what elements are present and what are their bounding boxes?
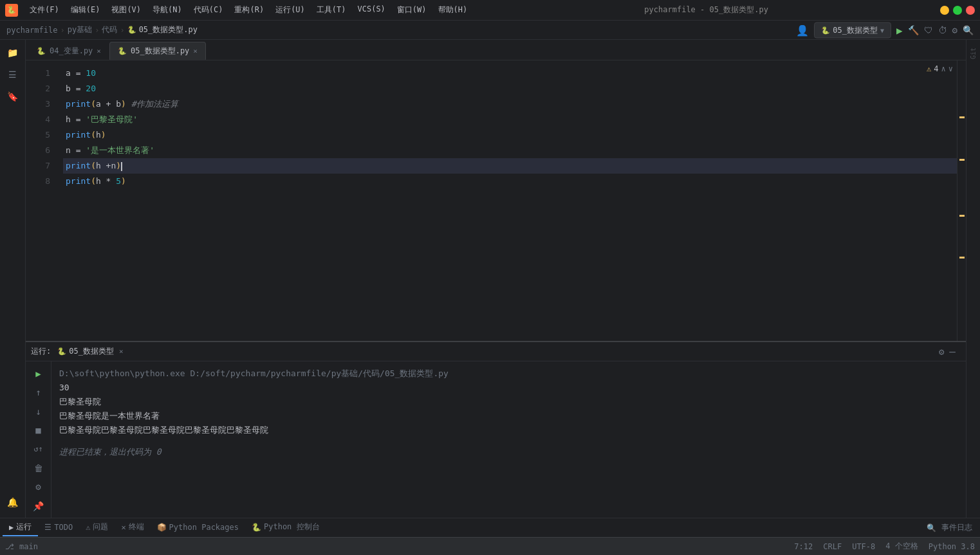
bottom-tab-problems[interactable]: ⚠ 问题: [79, 519, 115, 536]
window-controls: [940, 6, 975, 15]
run-config-button[interactable]: 🐍 05_数据类型 ▼: [814, 22, 891, 38]
breadcrumb-root[interactable]: pycharmfile: [6, 26, 57, 35]
tab-close-1[interactable]: ×: [97, 47, 101, 55]
line-ending[interactable]: CRLF: [823, 542, 842, 551]
editor-area: 🐍 04_变量.py × 🐍 05_数据类型.py × 1 2 3 4: [26, 40, 966, 341]
menu-code[interactable]: 代码(C): [189, 3, 228, 17]
terminal-output-text2: 巴黎圣母院是一本世界名著: [59, 409, 958, 423]
vertical-tab-label[interactable]: Git: [970, 48, 977, 59]
profile-run-icon[interactable]: ⏱: [938, 25, 947, 35]
bottom-tabs-bar: ▶ 运行 ☰ TODO ⚠ 问题 ✕ 终端 📦 Python Packages …: [0, 518, 980, 537]
line-numbers: 1 2 3 4 5 6 7 8: [26, 60, 58, 341]
title-bar: 🐍 文件(F) 编辑(E) 视图(V) 导航(N) 代码(C) 重构(R) 运行…: [0, 0, 980, 21]
notification-icon[interactable]: 🔔: [3, 492, 23, 513]
search-icon[interactable]: 🔍: [963, 25, 974, 35]
tab-bar: 🐍 04_变量.py × 🐍 05_数据类型.py ×: [26, 40, 966, 60]
structure-icon[interactable]: ☰: [3, 64, 23, 85]
run-toolbar: ▶ ↑ ↓ ■ ↺↑ 🗑 ⚙ 📌 🗑: [26, 361, 51, 537]
code-line-3: print(a + b) #作加法运算: [63, 96, 957, 112]
packages-icon: 📦: [157, 523, 167, 532]
cursor-position[interactable]: 7:12: [794, 542, 813, 551]
run-again-button[interactable]: ▶: [30, 365, 48, 381]
profile-icon[interactable]: 👤: [796, 24, 809, 36]
scroll-down-button[interactable]: ↓: [30, 403, 48, 419]
bottom-tab-todo[interactable]: ☰ TODO: [38, 520, 79, 536]
menu-view[interactable]: 视图(V): [106, 3, 146, 17]
problems-icon: ⚠: [86, 523, 90, 532]
warning-marker-3: [959, 215, 965, 217]
tab-close-2[interactable]: ×: [193, 47, 198, 55]
event-log-label[interactable]: 事件日志: [941, 522, 972, 533]
scroll-up-button[interactable]: ↑: [30, 384, 48, 400]
warning-count: 4: [934, 64, 938, 73]
menu-vcs[interactable]: VCS(S): [353, 3, 391, 17]
tab-icon-1: 🐍: [37, 47, 46, 55]
todo-icon: ☰: [44, 523, 51, 532]
bottom-tab-console[interactable]: 🐍 Python 控制台: [245, 519, 326, 536]
main-layout: 📁 ☰ 🔖 🔔 ⎇ 🐍 04_变量.py × 🐍 05_数据类型.py ×: [0, 40, 980, 537]
menu-help[interactable]: 帮助(H): [433, 3, 473, 17]
rerun-button[interactable]: ↺↑: [30, 441, 48, 457]
breadcrumb-bar: pycharmfile › py基础 › 代码 › 🐍 05_数据类型.py 👤…: [0, 21, 980, 40]
bottom-tab-terminal[interactable]: ✕ 终端: [115, 519, 150, 536]
terminal-command: D:\soft\python\python.exe D:/soft/pychar…: [59, 367, 958, 381]
minimize-panel-icon[interactable]: —: [949, 345, 956, 358]
indent[interactable]: 4 个空格: [885, 541, 918, 552]
menu-file[interactable]: 文件(F): [24, 3, 64, 17]
run-config-icon: 🐍: [821, 26, 830, 34]
breadcrumb-path1[interactable]: py基础: [68, 24, 92, 35]
run-button[interactable]: ▶: [896, 24, 903, 36]
settings-run-icon[interactable]: ⚙: [30, 479, 48, 495]
right-sidebar: Git: [966, 40, 980, 537]
more-actions-icon[interactable]: ⚙: [952, 25, 957, 35]
run-tab-icon: 🐍: [57, 347, 66, 356]
warning-up-icon[interactable]: ∧: [941, 64, 946, 73]
bottom-tab-run[interactable]: ▶ 运行: [3, 519, 38, 536]
stop-button[interactable]: ■: [30, 422, 48, 438]
code-line-6: n = '是一本世界名著': [63, 143, 957, 158]
bottom-tabs-right: 🔍 事件日志: [927, 522, 977, 533]
editor-scrollbar[interactable]: [957, 60, 966, 341]
warning-down-icon[interactable]: ∨: [948, 64, 953, 73]
maximize-button[interactable]: [953, 6, 962, 15]
warning-marker-4: [959, 257, 965, 259]
git-branch[interactable]: main: [19, 542, 38, 551]
warning-triangle-icon: ⚠: [927, 64, 931, 73]
breadcrumb-sep2: ›: [95, 26, 99, 35]
breadcrumb-path2[interactable]: 代码: [102, 24, 117, 35]
minimize-button[interactable]: [940, 6, 949, 15]
menu-refactor[interactable]: 重构(R): [229, 3, 269, 17]
left-sidebar: 📁 ☰ 🔖 🔔 ⎇: [0, 40, 26, 537]
menu-edit[interactable]: 编辑(E): [66, 3, 106, 17]
code-editor[interactable]: 1 2 3 4 5 6 7 8 a = 10 b = 20 print(a +: [26, 60, 966, 341]
tab-05-datatype[interactable]: 🐍 05_数据类型.py ×: [109, 42, 206, 60]
close-button[interactable]: [966, 6, 975, 15]
run-icon: ▶: [9, 523, 14, 532]
search-events-icon[interactable]: 🔍: [927, 523, 936, 532]
menu-navigate[interactable]: 导航(N): [147, 3, 187, 17]
bookmark-icon[interactable]: 🔖: [3, 86, 23, 107]
encoding[interactable]: UTF-8: [852, 542, 875, 551]
breadcrumb-sep1: ›: [60, 26, 64, 35]
menu-tools[interactable]: 工具(T): [311, 3, 351, 17]
window-title: pycharmfile - 05_数据类型.py: [472, 5, 940, 15]
clear-button[interactable]: 🗑: [30, 460, 48, 476]
menu-window[interactable]: 窗口(W): [392, 3, 432, 17]
warning-marker-2: [959, 159, 965, 161]
settings-icon[interactable]: ⚙: [939, 347, 944, 357]
coverage-icon[interactable]: 🛡: [924, 25, 933, 35]
menu-bar: 文件(F) 编辑(E) 视图(V) 导航(N) 代码(C) 重构(R) 运行(U…: [24, 3, 472, 17]
toolbar-right: 👤 🐍 05_数据类型 ▼ ▶ 🔨 🛡 ⏱ ⚙ 🔍: [796, 22, 974, 38]
pin-icon[interactable]: 📌: [30, 498, 48, 514]
bottom-tab-packages[interactable]: 📦 Python Packages: [151, 520, 245, 536]
terminal-spacer: [59, 437, 958, 445]
code-line-1: a = 10: [63, 66, 957, 81]
run-tab-close[interactable]: ×: [119, 347, 124, 356]
code-content[interactable]: a = 10 b = 20 print(a + b) #作加法运算 h = '巴…: [58, 60, 957, 341]
status-right: 7:12 CRLF UTF-8 4 个空格 Python 3.8: [794, 541, 975, 552]
menu-run[interactable]: 运行(U): [270, 3, 310, 17]
tab-04-variable[interactable]: 🐍 04_变量.py ×: [28, 42, 109, 60]
interpreter[interactable]: Python 3.8: [929, 542, 975, 551]
build-icon[interactable]: 🔨: [908, 25, 919, 35]
project-icon[interactable]: 📁: [3, 42, 23, 63]
